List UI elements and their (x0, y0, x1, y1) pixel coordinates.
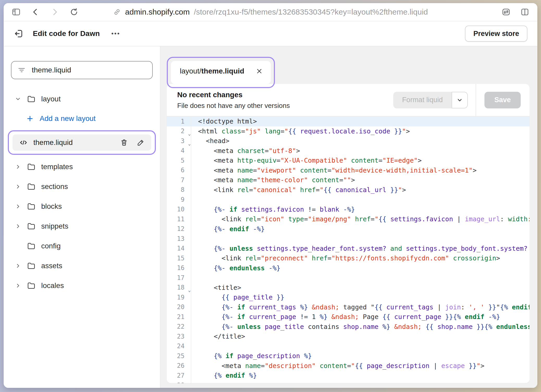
sidebar-item-config[interactable]: config (4, 236, 160, 256)
chevron-right-icon[interactable] (15, 203, 21, 210)
line-number: 26 (167, 361, 191, 371)
split-view-icon[interactable] (520, 7, 530, 17)
sidebar-item-assets[interactable]: assets (4, 256, 160, 276)
code-line: 3⌄ <head> (167, 136, 530, 146)
tab-theme-liquid[interactable]: layout/theme.liquid (171, 61, 271, 84)
sidebar-item-locales[interactable]: locales (4, 276, 160, 296)
code-text: <meta charset="utf-8"> (191, 147, 300, 155)
address-bar[interactable]: admin.shopify.com/store/rzq1xu-f5/themes… (113, 8, 428, 16)
chevron-down-icon[interactable] (15, 96, 21, 102)
code-line: 24 (167, 341, 530, 351)
format-dropdown-button[interactable] (452, 92, 468, 108)
code-line: 5 <meta http-equiv="X-UA-Compatible" con… (167, 156, 530, 166)
file-search[interactable] (11, 61, 153, 79)
code-text: <link rel="preconnect" href="https://fon… (191, 254, 500, 262)
chevron-right-icon[interactable] (15, 163, 21, 170)
line-number: 12 (167, 224, 191, 234)
code-line: 2⌄<html class="js" lang="{{ request.loca… (167, 126, 530, 136)
fold-chevron-icon[interactable]: ⌄ (188, 142, 191, 146)
line-number: 3⌄ (167, 136, 191, 146)
sidebar-item-theme-liquid[interactable]: theme.liquid (13, 134, 151, 151)
code-line: 1<!doctype html> (167, 117, 530, 126)
code-line: 26 <meta name="description" content="{{ … (167, 361, 530, 371)
code-line: 7 <meta name="theme-color" content=""> (167, 175, 530, 185)
tab-annotation-ring: layout/theme.liquid (167, 57, 275, 88)
code-text: {%- unless settings.type_header_font.sys… (191, 245, 530, 252)
line-number: 14 (167, 244, 191, 254)
reload-icon[interactable] (69, 7, 79, 17)
code-line: 15 <link rel="preconnect" href="https://… (167, 253, 530, 263)
line-number: 24 (167, 341, 191, 351)
code-text: {%- if current_tags %} &ndash; tagged "{… (191, 303, 530, 311)
back-icon[interactable] (31, 7, 40, 17)
chevron-right-icon[interactable] (15, 262, 21, 269)
code-line: 23 </title> (167, 332, 530, 341)
code-file-icon (19, 138, 28, 147)
rename-file-icon[interactable] (137, 138, 145, 147)
search-input[interactable] (31, 66, 146, 75)
line-number: 18⌄ (167, 283, 191, 293)
link-icon (113, 8, 121, 16)
sidebar-item-blocks[interactable]: blocks (4, 197, 160, 216)
line-number: 11 (167, 214, 191, 224)
line-number: 16 (167, 263, 191, 273)
line-number: 20 (167, 302, 191, 312)
close-icon[interactable] (256, 68, 263, 75)
folder-label: blocks (41, 202, 62, 211)
page-settings-icon[interactable] (501, 7, 511, 17)
more-options-icon[interactable]: ••• (109, 28, 123, 39)
preview-store-button[interactable]: Preview store (465, 26, 527, 42)
selected-file-annotation-ring: theme.liquid (8, 130, 156, 155)
editor-content: layout/theme.liquid No recent changes Fi… (161, 46, 537, 388)
add-new-layout-button[interactable]: Add a new layout (4, 109, 160, 128)
code-text: <meta name="description" content="{{ pag… (191, 362, 484, 370)
code-line: 27 {% endif %} (167, 371, 530, 381)
line-number: 7 (167, 175, 191, 185)
code-text: {% if page_description %} (191, 352, 312, 360)
line-number: 6 (167, 166, 191, 175)
line-number: 2⌄ (167, 126, 191, 136)
url-path: /store/rzq1xu-f5/themes/132683530345?key… (194, 8, 428, 16)
add-layout-label: Add a new layout (40, 114, 96, 123)
fold-chevron-icon[interactable]: ⌄ (188, 132, 191, 136)
tab-label: layout/theme.liquid (180, 67, 244, 75)
line-number: 8 (167, 185, 191, 195)
code-text: {% endif %} (191, 372, 257, 379)
format-liquid-button[interactable]: Format liquid (393, 92, 452, 108)
code-line: 9 (167, 195, 530, 205)
code-editor[interactable]: 1<!doctype html>2⌄<html class="js" lang=… (167, 117, 530, 383)
desktop-background: admin.shopify.com/store/rzq1xu-f5/themes… (0, 0, 541, 392)
fold-chevron-icon[interactable]: ⌄ (188, 288, 191, 292)
line-number: 13 (167, 234, 191, 244)
code-text: <link rel="icon" type="image/png" href="… (191, 215, 530, 223)
chevron-right-icon[interactable] (15, 282, 21, 289)
exit-icon[interactable] (14, 28, 24, 39)
code-text: <html class="js" lang="{{ request.locale… (191, 127, 410, 135)
folder-label: layout (41, 95, 61, 103)
code-text: <link rel="canonical" href="{{ canonical… (191, 186, 406, 194)
delete-file-icon[interactable] (120, 138, 128, 147)
chevron-right-icon[interactable] (15, 183, 21, 190)
folder-label: snippets (41, 222, 68, 230)
sidebar-toggle-icon[interactable] (11, 7, 21, 17)
forward-icon[interactable] (50, 7, 59, 17)
sidebar-item-sections[interactable]: sections (4, 177, 160, 197)
sidebar-item-templates[interactable]: templates (4, 157, 160, 177)
sidebar-item-layout[interactable]: layout (4, 89, 160, 109)
chevron-right-icon[interactable] (15, 223, 21, 230)
line-number: 9 (167, 195, 191, 205)
line-number: 23 (167, 332, 191, 341)
line-number: 21 (167, 312, 191, 322)
code-text: {%- unless page_title contains shop.name… (191, 323, 530, 330)
line-number: 27 (167, 371, 191, 381)
file-label: theme.liquid (33, 138, 73, 147)
save-button[interactable]: Save (484, 92, 521, 108)
folder-icon (27, 261, 36, 271)
sidebar-item-snippets[interactable]: snippets (4, 216, 160, 236)
folder-label: sections (41, 182, 68, 191)
line-number: 28 (167, 381, 191, 383)
line-number: 4 (167, 146, 191, 156)
code-text: <title> (191, 284, 241, 291)
folder-icon (27, 94, 36, 104)
folder-icon (27, 202, 36, 211)
